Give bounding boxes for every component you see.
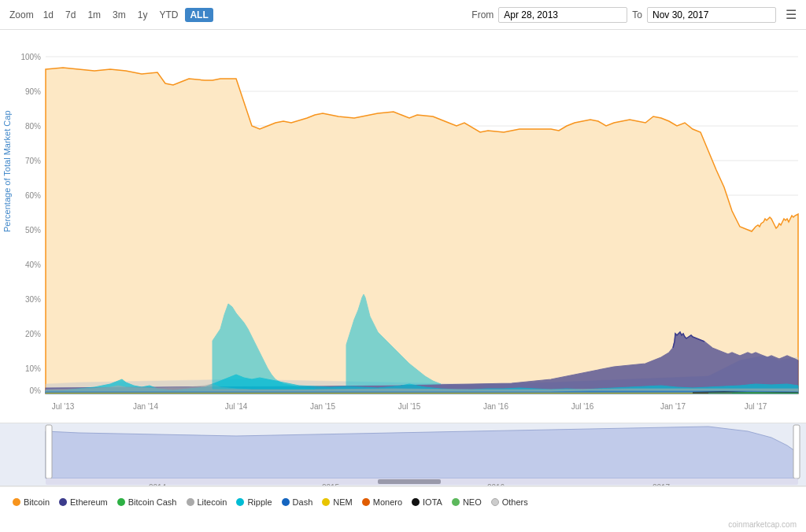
- bitcoin-cash-color-dot: [117, 498, 125, 506]
- svg-text:2017: 2017: [653, 483, 671, 486]
- mini-chart: 2014 2015 2016 2017: [0, 423, 806, 486]
- svg-text:80%: 80%: [25, 122, 41, 131]
- zoom-ytd[interactable]: YTD: [154, 8, 183, 22]
- legend-bitcoin: Bitcoin: [13, 497, 50, 507]
- litecoin-color-dot: [187, 498, 194, 506]
- legend-dash-label: Dash: [293, 497, 313, 507]
- svg-text:100%: 100%: [20, 53, 41, 61]
- svg-text:2016: 2016: [487, 483, 505, 486]
- mini-chart-svg: 2014 2015 2016 2017: [0, 423, 806, 486]
- svg-text:Jul '17: Jul '17: [745, 402, 767, 411]
- to-label: To: [632, 9, 642, 20]
- svg-text:Jan '16: Jan '16: [483, 402, 508, 411]
- legend-ripple-label: Ripple: [247, 497, 272, 507]
- zoom-1y[interactable]: 1y: [133, 8, 153, 22]
- others-color-dot: [491, 498, 499, 506]
- neo-color-dot: [452, 498, 460, 506]
- zoom-7d[interactable]: 7d: [61, 8, 80, 22]
- svg-text:20%: 20%: [25, 330, 41, 338]
- svg-text:Jan '17: Jan '17: [660, 402, 686, 411]
- legend-neo: NEO: [452, 497, 482, 507]
- svg-text:2014: 2014: [149, 483, 167, 486]
- svg-text:Jul '14: Jul '14: [225, 402, 248, 411]
- zoom-label: Zoom: [9, 9, 34, 20]
- legend-ethereum: Ethereum: [59, 497, 108, 507]
- svg-rect-31: [46, 425, 52, 478]
- svg-text:30%: 30%: [25, 295, 41, 304]
- svg-text:Jul '15: Jul '15: [398, 402, 421, 411]
- svg-text:Jul '16: Jul '16: [571, 402, 594, 411]
- main-chart-container: Percentage of Total Market Cap 100% 90% …: [0, 30, 806, 423]
- legend-nem-label: NEM: [333, 497, 352, 507]
- svg-rect-32: [793, 425, 800, 478]
- svg-text:Jan '15: Jan '15: [310, 402, 335, 411]
- legend-dash: Dash: [282, 497, 313, 507]
- svg-text:50%: 50%: [25, 226, 41, 235]
- legend-ethereum-label: Ethereum: [70, 497, 108, 507]
- monero-color-dot: [362, 498, 370, 506]
- date-range: From To: [471, 7, 776, 23]
- bitcoin-color-dot: [13, 498, 20, 506]
- svg-text:70%: 70%: [25, 157, 41, 165]
- zoom-3m[interactable]: 3m: [108, 8, 131, 22]
- legend-others: Others: [491, 497, 528, 507]
- iota-color-dot: [412, 498, 420, 506]
- legend-iota-label: IOTA: [423, 497, 442, 507]
- svg-text:0%: 0%: [30, 386, 42, 395]
- zoom-1m[interactable]: 1m: [83, 8, 105, 22]
- svg-text:2015: 2015: [322, 483, 340, 486]
- from-date-input[interactable]: [498, 7, 627, 23]
- legend-bitcoin-cash-label: Bitcoin Cash: [128, 497, 177, 507]
- toolbar: Zoom 1d 7d 1m 3m 1y YTD ALL From To ☰: [0, 0, 806, 30]
- to-date-input[interactable]: [647, 7, 776, 23]
- svg-text:40%: 40%: [25, 260, 41, 269]
- legend-nem: NEM: [322, 497, 352, 507]
- svg-text:Jan '14: Jan '14: [133, 402, 158, 411]
- svg-text:Jul '13: Jul '13: [52, 402, 75, 411]
- from-label: From: [471, 9, 494, 20]
- menu-icon[interactable]: ☰: [786, 7, 797, 22]
- ethereum-color-dot: [59, 498, 67, 506]
- zoom-1d[interactable]: 1d: [39, 8, 58, 22]
- legend-others-label: Others: [502, 497, 528, 507]
- legend-bitcoin-label: Bitcoin: [24, 497, 50, 507]
- legend-monero-label: Monero: [373, 497, 402, 507]
- zoom-all[interactable]: ALL: [185, 8, 213, 22]
- watermark: coinmarketcap.com: [728, 520, 797, 529]
- svg-text:90%: 90%: [25, 87, 41, 96]
- nem-color-dot: [322, 498, 330, 506]
- dash-color-dot: [282, 498, 290, 506]
- svg-rect-34: [378, 479, 441, 484]
- legend-bitcoin-cash: Bitcoin Cash: [117, 497, 177, 507]
- svg-text:60%: 60%: [25, 191, 41, 200]
- legend-litecoin: Litecoin: [187, 497, 227, 507]
- svg-text:10%: 10%: [25, 364, 41, 373]
- legend-neo-label: NEO: [463, 497, 482, 507]
- main-chart-svg: 100% 90% 80% 70% 60% 50% 40% 30% 20% 10%…: [0, 30, 806, 423]
- legend-monero: Monero: [362, 497, 402, 507]
- legend-iota: IOTA: [412, 497, 442, 507]
- legend-litecoin-label: Litecoin: [198, 497, 227, 507]
- legend: Bitcoin Ethereum Bitcoin Cash Litecoin R…: [0, 486, 806, 516]
- ripple-color-dot: [236, 498, 244, 506]
- legend-ripple: Ripple: [236, 497, 272, 507]
